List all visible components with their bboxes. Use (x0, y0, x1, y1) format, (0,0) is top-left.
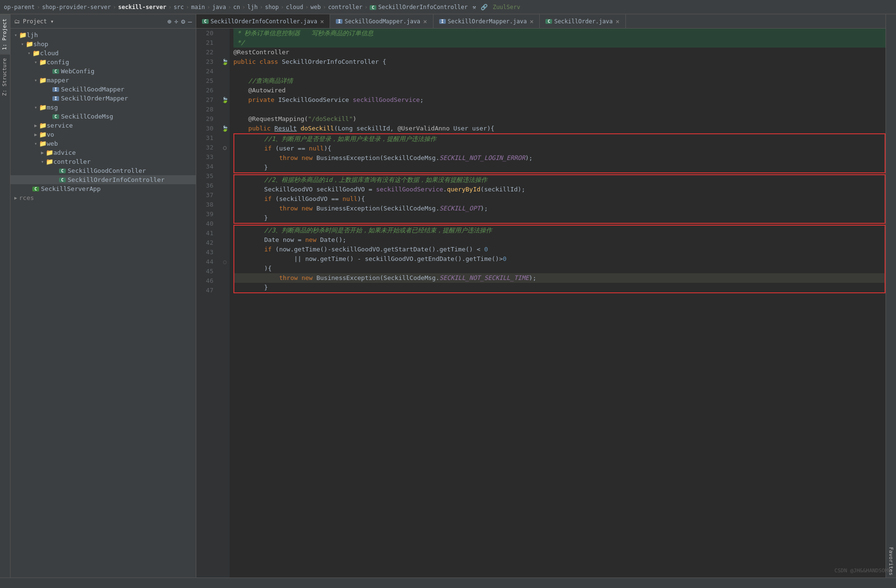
tree-item-seckillserverapp[interactable]: C SeckillServerApp (10, 184, 196, 193)
arrow-icon: ▾ (39, 159, 46, 164)
code-line-45: throw new BusinessException(SeckillCodeM… (234, 273, 885, 283)
code-line-39: } (234, 213, 885, 223)
breadcrumb-sep: › (364, 4, 368, 10)
folder-icon: 📁 (46, 149, 53, 156)
breadcrumb-item[interactable]: CSeckillOrderInfoController (370, 4, 468, 10)
tab-close-button[interactable]: × (615, 18, 619, 25)
class-c-icon: C (59, 169, 66, 173)
line-num-20: 20 (196, 29, 216, 38)
line-num-41: 41 (196, 229, 216, 238)
code-lines[interactable]: * 秒杀订单信息控制器 写秒杀商品的订单信息 */ @RestControlle… (230, 29, 886, 578)
tree-item-seckillgoodmapper[interactable]: I SeckillGoodMapper (10, 85, 196, 94)
breadcrumb-item: shop-provider-server (42, 4, 111, 10)
tree-item-mapper[interactable]: ▾ 📁 mapper (10, 76, 196, 85)
structure-tab[interactable]: Z: Structure (0, 54, 10, 100)
code-line-26: @Autowired (233, 86, 886, 95)
tree-item-config[interactable]: ▾ 📁 config (10, 58, 196, 67)
code-line-40: //3、判断商品的秒杀时间是否开始，如果未开始或者已经结束，提醒用户违法操作 (234, 226, 885, 235)
tree-item-shop[interactable]: ▾ 📁 shop (10, 40, 196, 49)
tree-item-webconfig[interactable]: C WebConfig (10, 67, 196, 76)
arrow-icon: ▾ (32, 105, 39, 110)
code-line-35: //2、根据秒杀商品的id，上数据库查询有没有这个数据，如果没有提醒违法操作 (234, 175, 885, 185)
breadcrumb-item: main (191, 4, 205, 10)
folder-icon: 📁 (46, 158, 53, 165)
tree-item-label: mapper (47, 77, 69, 84)
line-num-34: 34 (196, 162, 216, 171)
gear-icon[interactable]: ⚙ (181, 18, 185, 25)
arrow-icon: ▶ (32, 132, 39, 137)
tree-item-cloud[interactable]: ▾ 📁 cloud (10, 49, 196, 58)
gutter-38 (220, 200, 230, 209)
tree-item-label: SeckillCodeMsg (61, 113, 113, 120)
breadcrumb-item: cloud (286, 4, 303, 10)
editor-area: C SeckillOrderInfoController.java × I Se… (196, 14, 886, 578)
folder-icon: 📁 (39, 122, 47, 129)
tree-item-label: web (47, 140, 58, 147)
tree-item-web[interactable]: ▾ 📁 web (10, 139, 196, 148)
tree-item-seckillgoodcontroller[interactable]: C SeckillGoodController (10, 166, 196, 175)
class-c-icon: C (52, 114, 59, 119)
zuulserv-label: ZuulServ (493, 4, 520, 10)
line-num-30: 30 (196, 124, 216, 133)
code-line-27: private ISeckillGoodService seckillGoodS… (233, 95, 886, 105)
project-tab[interactable]: 1: Project (0, 14, 10, 54)
tab-seckillgoodmapper[interactable]: I SeckillGoodMapper.java × (330, 14, 433, 28)
code-editor[interactable]: 20 21 22 23 24 25 26 27 28 29 30 31 32 3… (196, 29, 886, 578)
settings-icon[interactable]: ÷ (174, 18, 178, 25)
sidebar-title-label: Project ▾ (23, 18, 54, 25)
tab-seckillordermapper[interactable]: I SeckillOrderMapper.java × (433, 14, 540, 28)
tab-label: SeckillOrderMapper.java (448, 18, 527, 25)
tab-close-button[interactable]: × (423, 18, 427, 25)
minimize-icon[interactable]: — (188, 18, 192, 25)
tree-item-ljh[interactable]: ▾ 📁 ljh (10, 30, 196, 40)
tab-close-button[interactable]: × (320, 18, 324, 25)
code-line-37: if (seckillGoodVO == null){ (234, 194, 885, 204)
line-num-46: 46 (196, 276, 216, 286)
tree-item-controller[interactable]: ▾ 📁 controller (10, 157, 196, 166)
code-line-25: //查询商品详情 (233, 76, 886, 86)
breadcrumb-item: java (212, 4, 226, 10)
tree-item-vo[interactable]: ▶ 📁 vo (10, 130, 196, 139)
breadcrumb-item: op-parent (4, 4, 35, 10)
breadcrumb-sep: › (168, 4, 171, 10)
tree-item-rces[interactable]: ▶ rces (10, 193, 196, 202)
gutter-27: 🍃 (220, 95, 230, 105)
tree-item-advice[interactable]: ▶ 📁 advice (10, 148, 196, 157)
tab-seckillorderinfocontroller[interactable]: C SeckillOrderInfoController.java × (196, 14, 330, 28)
code-line-44: ){ (234, 264, 885, 273)
gutter-43 (220, 248, 230, 257)
tree-item-msg[interactable]: ▾ 📁 msg (10, 103, 196, 112)
line-num-24: 24 (196, 67, 216, 76)
tree-item-seckillordermapper[interactable]: I SeckillOrderMapper (10, 94, 196, 103)
zuul-link[interactable]: 🔗 ZuulServ (481, 4, 520, 10)
sidebar: 🗂 Project ▾ ⊕ ÷ ⚙ — ▾ 📁 ljh (10, 14, 196, 578)
arrow-icon: ▾ (32, 60, 39, 65)
folder-icon: 📁 (32, 50, 40, 57)
tree-item-seckillcodemsg[interactable]: C SeckillCodeMsg (10, 112, 196, 121)
tree-item-service[interactable]: ▶ 📁 service (10, 121, 196, 130)
breadcrumb-sep: › (37, 4, 40, 10)
breadcrumb-item: shop (265, 4, 279, 10)
favorites-tab[interactable]: Favorites (886, 14, 896, 578)
gutter-31 (220, 133, 230, 143)
arrow-icon: ▾ (19, 41, 26, 47)
folder-icon: 📁 (39, 131, 47, 138)
breadcrumb-sep: › (322, 4, 326, 10)
gutter-28 (220, 105, 230, 114)
tab-label: SeckillOrderInfoController.java (211, 18, 317, 25)
add-icon[interactable]: ⊕ (167, 18, 171, 25)
tab-seckillorder[interactable]: C SeckillOrder.java × (540, 14, 625, 28)
folder-icon: 📁 (39, 59, 47, 66)
gutter-37 (220, 190, 230, 200)
breadcrumb-sep: › (260, 4, 263, 10)
line-num-45: 45 (196, 267, 216, 276)
line-num-44: 44 (196, 257, 216, 267)
gutter-26 (220, 86, 230, 95)
arrow-icon: ▾ (26, 50, 32, 56)
sidebar-toolbar-icons: ⊕ ÷ ⚙ — (167, 18, 192, 25)
folder-icon: 📁 (39, 140, 47, 147)
code-line-31: //1、判断用户是否登录，如果用户未登录，提醒用户违法操作 (234, 134, 885, 144)
tab-close-button[interactable]: × (530, 18, 534, 25)
gutter-22 (220, 48, 230, 57)
tree-item-seckillorderinfocontroller[interactable]: C SeckillOrderInfoController (10, 175, 196, 184)
